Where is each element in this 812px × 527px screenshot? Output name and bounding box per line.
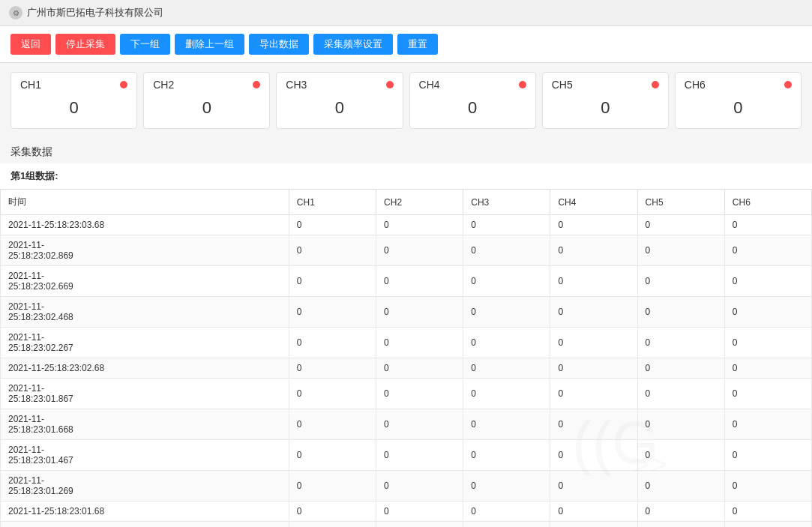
channel-header: CH3 bbox=[286, 79, 393, 91]
toolbar: 返回 停止采集 下一组 删除上一组 导出数据 采集频率设置 重置 bbox=[0, 26, 812, 63]
cell-ch4: 0 bbox=[550, 328, 637, 358]
channel-name: CH4 bbox=[419, 79, 440, 91]
cell-ch2: 0 bbox=[376, 215, 463, 235]
table-row: 2021-11- 25:18:23:02.669000000 bbox=[1, 266, 812, 297]
col-header-ch6: CH6 bbox=[724, 190, 811, 215]
cell-ch4: 0 bbox=[550, 522, 637, 528]
cell-ch6: 0 bbox=[724, 471, 811, 502]
table-row: 2021-11- 25:18:23:02.267000000 bbox=[1, 328, 812, 358]
cell-time: 2021-11- bbox=[1, 522, 289, 528]
next-button[interactable]: 下一组 bbox=[120, 34, 170, 55]
stop-button[interactable]: 停止采集 bbox=[55, 34, 115, 55]
group-label: 第1组数据: bbox=[0, 163, 812, 189]
cell-time: 2021-11-25:18:23:03.68 bbox=[1, 215, 289, 235]
col-header-ch4: CH4 bbox=[550, 190, 637, 215]
cell-ch2: 0 bbox=[376, 471, 463, 502]
table-row: 2021-11- 25:18:23:01.867000000 bbox=[1, 379, 812, 409]
table-row: 2021-11-25:18:23:02.68000000 bbox=[1, 358, 812, 379]
reset-button[interactable]: 重置 bbox=[397, 34, 438, 55]
cell-ch1: 0 bbox=[289, 215, 376, 235]
data-table: 时间CH1CH2CH3CH4CH5CH6 2021-11-25:18:23:03… bbox=[0, 189, 812, 527]
cell-time: 2021-11-25:18:23:01.68 bbox=[1, 502, 289, 522]
channel-status-dot bbox=[386, 81, 394, 88]
col-header-ch1: CH1 bbox=[289, 190, 376, 215]
cell-ch6: 0 bbox=[724, 328, 811, 358]
channel-header: CH6 bbox=[685, 79, 792, 91]
cell-ch5: 0 bbox=[637, 502, 724, 522]
channel-header: CH2 bbox=[153, 79, 260, 91]
cell-ch6: 0 bbox=[724, 235, 811, 266]
channel-header: CH4 bbox=[419, 79, 526, 91]
table-row: 2021-11-25:18:23:01.68000000 bbox=[1, 502, 812, 522]
cell-ch3: 0 bbox=[463, 409, 550, 440]
table-row: 2021-11- 25:18:23:01.467000000 bbox=[1, 440, 812, 471]
cell-ch2: 0 bbox=[376, 440, 463, 471]
cell-ch4: 0 bbox=[550, 379, 637, 409]
cell-time: 2021-11- 25:18:23:02.869 bbox=[1, 235, 289, 266]
cell-ch3: 0 bbox=[463, 328, 550, 358]
cell-ch1: 0 bbox=[289, 379, 376, 409]
cell-ch2: 0 bbox=[376, 379, 463, 409]
cell-ch4: 0 bbox=[550, 502, 637, 522]
cell-ch6: 0 bbox=[724, 409, 811, 440]
cell-ch6: 0 bbox=[724, 440, 811, 471]
channel-name: CH6 bbox=[685, 79, 706, 91]
cell-ch6: 0 bbox=[724, 358, 811, 379]
channel-card-ch2: CH2 0 bbox=[143, 72, 270, 129]
cell-ch3: 0 bbox=[463, 522, 550, 528]
channel-status-dot bbox=[519, 81, 526, 88]
cell-time: 2021-11- 25:18:23:01.867 bbox=[1, 379, 289, 409]
col-header-ch3: CH3 bbox=[463, 190, 550, 215]
cell-ch1: 0 bbox=[289, 409, 376, 440]
cell-ch6: 0 bbox=[724, 522, 811, 528]
cell-ch4: 0 bbox=[550, 358, 637, 379]
logo-icon: ⚙ bbox=[9, 6, 22, 19]
cell-ch1: 0 bbox=[289, 235, 376, 266]
cell-ch5: 0 bbox=[637, 328, 724, 358]
cell-ch5: 0 bbox=[637, 215, 724, 235]
cell-ch2: 0 bbox=[376, 502, 463, 522]
cell-ch1: 0 bbox=[289, 522, 376, 528]
cell-ch3: 0 bbox=[463, 266, 550, 297]
cell-ch5: 0 bbox=[637, 379, 724, 409]
cell-ch6: 0 bbox=[724, 215, 811, 235]
cell-ch2: 0 bbox=[376, 235, 463, 266]
table-row: 2021-11-000000 bbox=[1, 522, 812, 528]
channel-name: CH1 bbox=[20, 79, 41, 91]
cell-ch3: 0 bbox=[463, 440, 550, 471]
cell-ch1: 0 bbox=[289, 358, 376, 379]
channel-value: 0 bbox=[419, 98, 526, 118]
cell-ch4: 0 bbox=[550, 440, 637, 471]
channel-value: 0 bbox=[153, 98, 260, 118]
channel-header: CH5 bbox=[552, 79, 659, 91]
title-bar: ⚙ 广州市斯巴拓电子科技有限公司 bbox=[0, 0, 812, 26]
channel-status-dot bbox=[120, 81, 127, 88]
delete-button[interactable]: 删除上一组 bbox=[175, 34, 244, 55]
cell-time: 2021-11-25:18:23:02.68 bbox=[1, 358, 289, 379]
channel-card-ch3: CH3 0 bbox=[276, 72, 403, 129]
cell-ch5: 0 bbox=[637, 358, 724, 379]
cell-time: 2021-11- 25:18:23:01.668 bbox=[1, 409, 289, 440]
cell-ch2: 0 bbox=[376, 522, 463, 528]
freq-button[interactable]: 采集频率设置 bbox=[313, 34, 393, 55]
cell-ch6: 0 bbox=[724, 266, 811, 297]
channel-value: 0 bbox=[286, 98, 393, 118]
export-button[interactable]: 导出数据 bbox=[249, 34, 309, 55]
cell-ch3: 0 bbox=[463, 235, 550, 266]
channel-status-dot bbox=[784, 81, 792, 88]
channels-row: CH1 0 CH2 0 CH3 0 CH4 0 CH5 bbox=[0, 63, 812, 138]
back-button[interactable]: 返回 bbox=[10, 34, 51, 55]
channel-name: CH3 bbox=[286, 79, 307, 91]
cell-ch5: 0 bbox=[637, 471, 724, 502]
cell-ch3: 0 bbox=[463, 215, 550, 235]
cell-ch6: 0 bbox=[724, 502, 811, 522]
channel-name: CH2 bbox=[153, 79, 174, 91]
cell-ch3: 0 bbox=[463, 358, 550, 379]
cell-ch3: 0 bbox=[463, 379, 550, 409]
cell-ch5: 0 bbox=[637, 266, 724, 297]
cell-ch6: 0 bbox=[724, 297, 811, 328]
cell-ch5: 0 bbox=[637, 522, 724, 528]
cell-ch3: 0 bbox=[463, 502, 550, 522]
cell-ch1: 0 bbox=[289, 266, 376, 297]
table-row: 2021-11- 25:18:23:01.269000000 bbox=[1, 471, 812, 502]
